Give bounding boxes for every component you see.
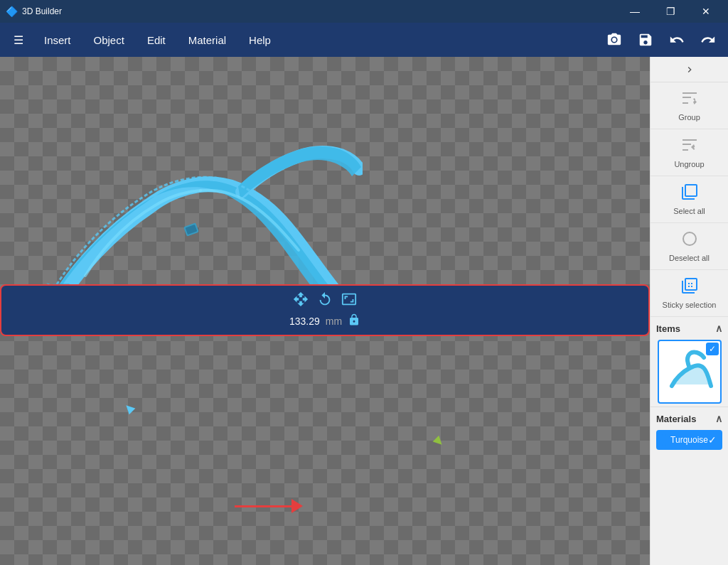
materials-collapse-icon[interactable]: ∧ <box>715 413 722 424</box>
toolbar-top-row <box>293 291 357 311</box>
material-name: Turquoise <box>670 435 708 445</box>
items-label: Items <box>656 323 680 334</box>
select-all-icon <box>681 183 698 204</box>
titlebar: 🔷 3D Builder — ❐ ✕ <box>0 0 728 23</box>
app-icon: 🔷 <box>6 6 18 17</box>
svg-point-5 <box>683 232 696 245</box>
close-button[interactable]: ✕ <box>690 0 722 23</box>
deselect-all-label: Deselect all <box>669 254 710 262</box>
red-arrow-indicator <box>235 499 303 513</box>
ungroup-label: Ungroup <box>674 160 704 168</box>
group-icon <box>681 90 698 110</box>
menu-object[interactable]: Object <box>84 28 134 52</box>
rotate-icon[interactable] <box>317 291 333 311</box>
material-turquoise[interactable]: Turquoise ✓ <box>656 430 722 450</box>
redo-button[interactable] <box>694 26 722 54</box>
sticky-selection-button[interactable]: Sticky selection <box>651 270 728 317</box>
material-selected-check: ✓ <box>708 434 717 446</box>
scale-icon[interactable] <box>341 291 357 311</box>
group-button[interactable]: Group <box>651 82 728 129</box>
navigation-arrow-left: ▶ <box>121 402 136 417</box>
move-icon[interactable] <box>293 291 309 311</box>
titlebar-controls: — ❐ ✕ <box>619 0 722 23</box>
menu-material[interactable]: Material <box>178 28 236 52</box>
navigation-arrow-right: ▶ <box>432 434 447 449</box>
right-panel: Group Ungroup Select all <box>650 57 728 565</box>
menu-edit[interactable]: Edit <box>137 28 176 52</box>
camera-button[interactable] <box>600 26 628 54</box>
save-button[interactable] <box>631 26 660 54</box>
app-title: 3D Builder <box>22 6 62 16</box>
panel-toggle-button[interactable] <box>651 57 728 82</box>
sticky-selection-icon <box>681 277 698 298</box>
undo-button[interactable] <box>663 26 691 54</box>
materials-label: Materials <box>656 414 696 424</box>
main-area: ▶ ▶ <box>0 57 728 565</box>
measurement-value: 133.29 <box>289 316 320 327</box>
ungroup-button[interactable]: Ungroup <box>651 129 728 176</box>
items-section-header: Items ∧ <box>651 317 728 337</box>
item-selected-check: ✓ <box>706 343 719 355</box>
hamburger-menu[interactable]: ☰ <box>6 27 31 53</box>
deselect-all-button[interactable]: Deselect all <box>651 223 728 270</box>
items-collapse-icon[interactable]: ∧ <box>715 323 722 334</box>
ungroup-icon <box>681 136 698 157</box>
restore-button[interactable]: ❐ <box>654 0 687 23</box>
bottom-toolbar: 133.29 mm <box>0 284 650 336</box>
select-all-label: Select all <box>673 207 705 215</box>
menubar-right <box>600 26 722 54</box>
lock-icon[interactable] <box>348 313 360 329</box>
material-color-swatch <box>662 434 666 446</box>
sticky-selection-label: Sticky selection <box>663 301 717 309</box>
menu-insert[interactable]: Insert <box>34 28 81 52</box>
group-label: Group <box>678 113 700 122</box>
toolbar-bottom-row: 133.29 mm <box>289 313 360 329</box>
item-thumbnail[interactable]: ✓ <box>658 340 722 404</box>
measurement-unit: mm <box>326 316 342 327</box>
menu-help[interactable]: Help <box>239 28 281 52</box>
menubar: ☰ Insert Object Edit Material Help <box>0 23 728 57</box>
deselect-all-icon <box>681 230 698 251</box>
materials-section-header: Materials ∧ <box>651 407 728 427</box>
minimize-button[interactable]: — <box>619 0 651 23</box>
titlebar-left: 🔷 3D Builder <box>6 6 62 17</box>
viewport[interactable]: ▶ ▶ <box>0 57 650 565</box>
select-all-button[interactable]: Select all <box>651 176 728 223</box>
